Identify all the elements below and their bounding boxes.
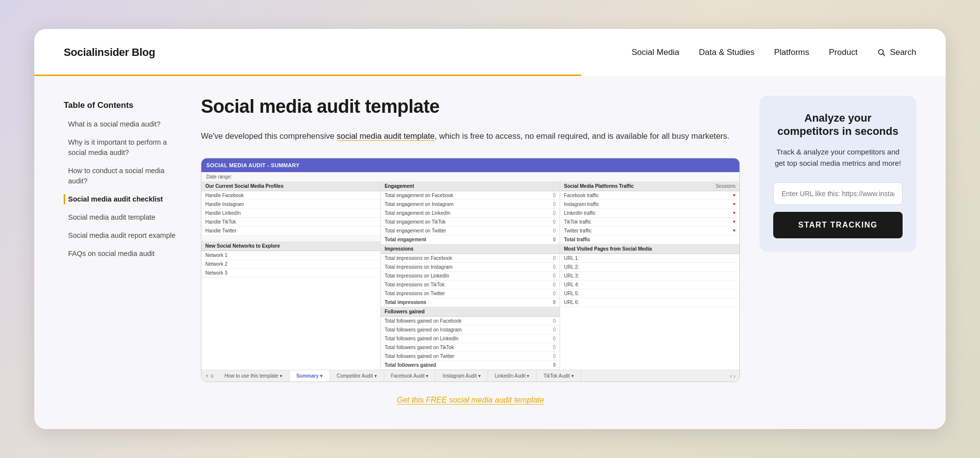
ss-col2-header: Engagement [381,181,560,191]
toc-item-5[interactable]: Social media audit report example [64,230,181,241]
ss-fol-tt: Total followers gained on TikTok0 [381,343,560,352]
ss-imp-tw: Total impressions on Twitter0 [381,289,560,298]
ss-imp-tt: Total impressions on TikTok0 [381,280,560,289]
main-content: Social media audit template We've develo… [201,96,740,405]
ss-url1: URL 1: [560,254,739,263]
ss-row-tw: Handle Twitter [201,227,380,235]
tab-controls: + ≡ [201,370,218,382]
ss-col1-header2: New Social Networks to Explore [201,241,380,251]
ss-spacer1 [201,235,380,241]
ss-fol-fb: Total followers gained on Facebook0 [381,317,560,326]
spreadsheet-header-table: SOCIAL MEDIA AUDIT - SUMMARY Date range: [201,158,739,181]
cta-subtitle: Track & analyze your competitors and get… [773,146,903,169]
nav-search[interactable]: Search [877,48,916,57]
ss-traf-li: LinkedIn traffic▾ [560,209,739,218]
ss-col2-header3: Followers gained [381,307,560,317]
nav-platforms[interactable]: Platforms [774,48,809,57]
cta-card: Analyze your competitors in seconds Trac… [760,96,916,253]
ss-col-1: Our Current Social Media Profiles Handle… [201,181,381,370]
spreadsheet-grid: Our Current Social Media Profiles Handle… [201,181,739,370]
toc-item-4[interactable]: Social media audit template [64,212,181,223]
ss-imp-li: Total impressions on LinkedIn0 [381,272,560,280]
ss-fol-tw: Total followers gained on Twitter0 [381,352,560,361]
tab-facebook[interactable]: Facebook Audit ▾ [384,370,436,382]
ss-eng-li: Total engagement on LinkedIn0 [381,209,560,218]
tab-tiktok[interactable]: TikTok Audit ▾ [537,370,581,382]
ss-url3: URL 3: [560,272,739,280]
spreadsheet-date: Date range: [201,172,739,181]
toc-item-0[interactable]: What is a social media audit? [64,119,181,129]
tab-how-to-use[interactable]: How to use this template ▾ [218,370,289,382]
nav-social-media[interactable]: Social Media [632,48,679,57]
ss-traf-tw: Twitter traffic▾ [560,227,739,235]
ss-traf-tt: TikTok traffic▾ [560,218,739,227]
svg-line-1 [883,53,885,55]
search-label: Search [890,48,916,57]
ss-network3: Network 3 [201,269,380,278]
tab-competitor[interactable]: Competitor Audit ▾ [330,370,384,382]
main-nav: Social Media Data & Studies Platforms Pr… [632,48,916,57]
ss-eng-tt: Total engagement on TikTok0 [381,218,560,227]
ss-url2: URL 2: [560,263,739,272]
cta-title: Analyze your competitors in seconds [773,111,903,138]
ss-imp-ig: Total impressions on Instagram0 [381,263,560,272]
intro-link[interactable]: social media audit template [337,131,435,140]
ss-fol-total: Total followers gained0 [381,361,560,370]
ss-url5: URL 5: [560,289,739,298]
right-panel: Analyze your competitors in seconds Trac… [760,96,916,405]
tab-instagram[interactable]: Instagram Audit ▾ [436,370,488,382]
ss-eng-fb: Total engagement on Facebook0 [381,191,560,200]
search-icon [877,48,886,57]
ss-network2: Network 2 [201,260,380,269]
toc-item-6[interactable]: FAQs on social media audit [64,249,181,259]
ss-row-ig: Handle Instagram [201,200,380,209]
ss-col-3: Social Media Platforms Traffic Sessions … [560,181,739,370]
toc-title: Table of Contents [64,101,181,110]
content-area: Table of Contents What is a social media… [34,76,946,430]
ss-eng-tw: Total engagement on Twitter0 [381,227,560,235]
ss-traf-total: Total traffic [560,235,739,244]
ss-row-fb: Handle Facebook [201,191,380,200]
intro-end: , which is free to access, no email requ… [435,131,730,140]
ss-imp-fb: Total impressions on Facebook0 [381,254,560,263]
ss-traf-fb: Facebook traffic▾ [560,191,739,200]
spreadsheet-title-row: SOCIAL MEDIA AUDIT - SUMMARY [201,158,739,172]
spreadsheet-title: SOCIAL MEDIA AUDIT - SUMMARY [201,158,739,172]
logo[interactable]: Socialinsider Blog [64,46,155,59]
tabs-spacer [581,370,726,382]
url-input[interactable] [773,182,903,205]
nav-product[interactable]: Product [829,48,858,57]
ss-col2-header2: Impressions [381,244,560,254]
ss-col3-header: Social Media Platforms Traffic Sessions [560,181,739,191]
ss-col3-header2: Most Visited Pages from Social Media [560,244,739,254]
ss-url6: URL 6: [560,298,739,307]
ss-url4: URL 4: [560,280,739,289]
ss-eng-ig: Total engagement on Instagram0 [381,200,560,209]
toc-item-1[interactable]: Why is it important to perform a social … [64,137,181,158]
tab-nav[interactable]: ‹ › [726,370,739,382]
start-tracking-button[interactable]: START TRACKING [773,212,903,238]
sheet-tabs: + ≡ How to use this template ▾ Summary ▾… [201,370,739,382]
sidebar-toc: Table of Contents What is a social media… [64,96,181,405]
toc-item-2[interactable]: How to conduct a social media audit? [64,166,181,186]
toc-item-3[interactable]: Social media audit checklist [64,194,181,204]
main-card: Socialinsider Blog Social Media Data & S… [34,29,946,430]
intro-start: We've developed this comprehensive [201,131,337,140]
free-template-link[interactable]: Get this FREE social media audit templat… [201,396,740,405]
spreadsheet-date-row: Date range: [201,172,739,181]
header: Socialinsider Blog Social Media Data & S… [34,29,946,76]
ss-fol-li: Total followers gained on LinkedIn0 [381,334,560,343]
ss-row-li: Handle LinkedIn [201,209,380,218]
ss-network1: Network 1 [201,251,380,260]
ss-imp-total: Total impressions0 [381,298,560,307]
nav-data-studies[interactable]: Data & Studies [699,48,754,57]
spreadsheet-container: SOCIAL MEDIA AUDIT - SUMMARY Date range:… [201,158,740,382]
ss-row-tt: Handle TikTok [201,218,380,227]
article-title: Social media audit template [201,96,740,118]
tab-summary[interactable]: Summary ▾ [290,370,330,382]
ss-col1-header: Our Current Social Media Profiles [201,181,380,191]
ss-eng-total: Total engagement0 [381,235,560,244]
article-intro: We've developed this comprehensive socia… [201,129,740,142]
ss-fol-ig: Total followers gained on Instagram0 [381,326,560,334]
tab-linkedin[interactable]: LinkedIn Audit ▾ [488,370,537,382]
